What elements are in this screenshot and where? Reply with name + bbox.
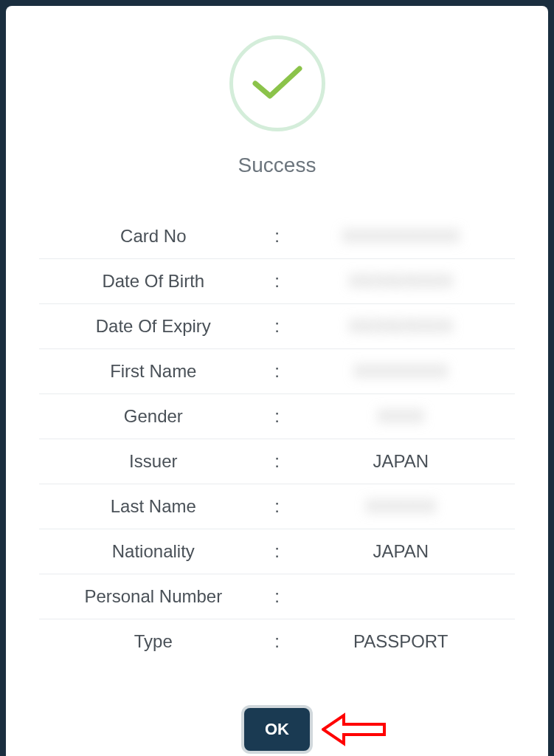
table-row: Last Name:XXXXXX <box>39 484 515 529</box>
field-value: PASSPORT <box>286 631 515 652</box>
table-row: Nationality:JAPAN <box>39 529 515 574</box>
field-value: JAPAN <box>286 451 515 472</box>
field-label: Last Name <box>39 496 268 517</box>
field-colon: : <box>268 361 287 382</box>
field-label: First Name <box>39 361 268 382</box>
field-label: Personal Number <box>39 586 268 607</box>
arrow-annotation-icon <box>322 711 388 748</box>
field-colon: : <box>268 631 287 652</box>
button-container: OK <box>39 708 515 751</box>
icon-container <box>39 35 515 131</box>
table-row: Date Of Expiry:XX/XX/XXXX <box>39 304 515 349</box>
table-row: Type:PASSPORT <box>39 619 515 664</box>
table-row: First Name:XXXXXXXX <box>39 349 515 394</box>
success-icon <box>229 35 325 131</box>
checkmark-icon <box>252 65 303 102</box>
field-label: Type <box>39 631 268 652</box>
field-value: XXXXXXXXXX <box>286 226 515 247</box>
table-row: Date Of Birth:XX/XX/XXXX <box>39 259 515 304</box>
field-colon: : <box>268 226 287 247</box>
table-row: Gender:XXXX <box>39 394 515 439</box>
field-colon: : <box>268 271 287 292</box>
field-colon: : <box>268 451 287 472</box>
field-label: Card No <box>39 226 268 247</box>
table-row: Personal Number: <box>39 574 515 619</box>
success-modal: Success Card No:XXXXXXXXXXDate Of Birth:… <box>6 6 548 756</box>
field-label: Gender <box>39 406 268 427</box>
data-table: Card No:XXXXXXXXXXDate Of Birth:XX/XX/XX… <box>39 214 515 664</box>
field-label: Issuer <box>39 451 268 472</box>
field-label: Nationality <box>39 541 268 562</box>
field-value: JAPAN <box>286 541 515 562</box>
field-value: XXXXXXXX <box>286 361 515 382</box>
field-colon: : <box>268 586 287 607</box>
field-colon: : <box>268 406 287 427</box>
ok-button[interactable]: OK <box>244 708 310 751</box>
modal-title: Success <box>39 154 515 177</box>
field-value: XX/XX/XXXX <box>286 271 515 292</box>
field-colon: : <box>268 496 287 517</box>
field-label: Date Of Expiry <box>39 316 268 337</box>
field-value: XX/XX/XXXX <box>286 316 515 337</box>
field-colon: : <box>268 316 287 337</box>
field-colon: : <box>268 541 287 562</box>
field-value: XXXXXX <box>286 496 515 517</box>
field-label: Date Of Birth <box>39 271 268 292</box>
table-row: Card No:XXXXXXXXXX <box>39 214 515 259</box>
field-value: XXXX <box>286 406 515 427</box>
table-row: Issuer:JAPAN <box>39 439 515 484</box>
